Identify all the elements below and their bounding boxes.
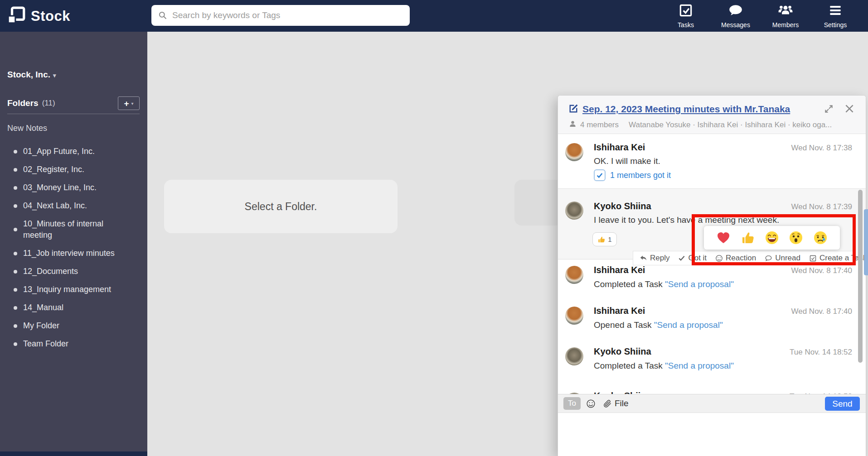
message-text: Completed a Task "Send a proposal" xyxy=(594,361,734,371)
reaction-button[interactable]: Reaction xyxy=(715,254,756,263)
members-row[interactable]: 4 members Watanabe Yosuke · Ishihara Kei… xyxy=(569,120,832,130)
emoji-picker-icon[interactable] xyxy=(586,399,596,410)
folder-item[interactable]: 03_Money Line, Inc. xyxy=(14,182,141,193)
org-selector[interactable]: Stock, Inc.▾ xyxy=(7,70,56,80)
navbar-menu: Tasks Messages Members Settings xyxy=(661,3,860,29)
bullet-icon xyxy=(14,324,17,328)
message-row: Ishihara Kei Wed Nov. 8 17:38 OK. I will… xyxy=(558,134,866,188)
app-logo[interactable]: Stock xyxy=(7,6,70,27)
close-icon[interactable] xyxy=(844,103,855,116)
nav-messages[interactable]: Messages xyxy=(711,3,761,29)
got-it-status[interactable]: 1 members got it xyxy=(594,169,671,181)
messages-icon xyxy=(728,3,743,20)
folder-item[interactable]: 12_Documents xyxy=(14,266,141,277)
message-author: Ishihara Kei xyxy=(594,142,645,153)
thumbs-up-emoji[interactable] xyxy=(741,230,755,245)
got-it-button[interactable]: Got it xyxy=(678,254,707,263)
folder-item[interactable]: 11_Job interview minutes xyxy=(14,248,141,259)
message-time: Wed Nov. 8 17:40 xyxy=(791,307,852,316)
nav-tasks[interactable]: Tasks xyxy=(661,3,711,29)
message-row: Kyoko Shiina Tue Nov. 14 18:52 Completed… xyxy=(558,341,866,382)
to-button[interactable]: To xyxy=(563,397,581,410)
nav-members[interactable]: Members xyxy=(761,3,810,29)
folders-header: Folders (11) + ▾ xyxy=(7,96,140,110)
folder-item[interactable]: 13_Inquiry management xyxy=(14,284,141,295)
chat-header: Sep. 12, 2023 Meeting minutes with Mr.Ta… xyxy=(558,96,866,134)
window-scrollbar-thumb[interactable] xyxy=(864,209,868,275)
thumbs-up-icon xyxy=(597,235,606,244)
task-link[interactable]: "Send a proposal" xyxy=(665,279,734,289)
avatar[interactable] xyxy=(565,347,583,365)
task-link[interactable]: "Send a proposal" xyxy=(654,320,723,330)
message-row: Ishihara Kei Wed Nov. 8 17:40 Completed … xyxy=(558,259,866,300)
bullet-icon xyxy=(14,168,17,172)
search-bar xyxy=(151,5,410,26)
panel-scrollbar-thumb[interactable] xyxy=(858,190,863,363)
chevron-down-icon: ▾ xyxy=(131,101,134,106)
folder-item[interactable]: Team Folder xyxy=(14,338,141,350)
add-folder-button[interactable]: + ▾ xyxy=(118,96,140,110)
sidebar: Stock, Inc.▾ Folders (11) + ▾ New Notes … xyxy=(0,32,147,456)
avatar[interactable] xyxy=(565,202,583,220)
bullet-icon xyxy=(14,342,17,346)
search-input[interactable] xyxy=(151,5,410,26)
bullet-icon xyxy=(14,150,17,154)
message-time: Wed Nov. 8 17:39 xyxy=(791,202,852,211)
sidebar-footer-bar xyxy=(0,451,147,456)
folder-item[interactable]: 10_Minutes of internal meeting xyxy=(14,218,141,241)
note-title-link[interactable]: Sep. 12, 2023 Meeting minutes with Mr.Ta… xyxy=(582,104,790,115)
folders-label: Folders xyxy=(7,98,39,108)
message-author: Kyoko Shiina xyxy=(594,201,651,211)
laughing-emoji[interactable] xyxy=(765,230,779,245)
task-link[interactable]: "Send a proposal" xyxy=(665,361,734,370)
message-hover-toolbar: Reply Got it Reaction Unread Create a Ta… xyxy=(633,251,853,265)
message-text: Completed a Task "Send a proposal" xyxy=(594,279,734,289)
smiley-icon xyxy=(715,254,723,262)
settings-icon xyxy=(828,3,843,20)
top-navbar: Stock Tasks Messages Members Settings xyxy=(0,0,868,32)
message-row: Ishihara Kei Wed Nov. 8 17:40 Opened a T… xyxy=(558,300,866,341)
attach-file-button[interactable]: File xyxy=(603,398,629,408)
composer-area: To File Send xyxy=(558,394,866,456)
reply-icon xyxy=(640,254,647,262)
heart-emoji[interactable] xyxy=(716,230,731,245)
message-time: Tue Nov. 14 18:52 xyxy=(790,348,852,357)
message-author: Ishihara Kei xyxy=(594,306,645,316)
tasks-icon xyxy=(678,3,693,20)
bullet-icon xyxy=(14,270,17,274)
composer-bar: To File Send xyxy=(558,394,866,413)
crying-emoji[interactable] xyxy=(813,230,828,245)
message-time: Wed Nov. 8 17:38 xyxy=(791,144,852,153)
folder-item[interactable]: 01_App Future, Inc. xyxy=(14,146,141,157)
unread-button[interactable]: Unread xyxy=(765,254,800,263)
nav-settings[interactable]: Settings xyxy=(810,3,860,29)
thumbs-up-reaction-chip[interactable]: 1 xyxy=(592,232,617,246)
reaction-palette xyxy=(704,226,840,250)
bullet-icon xyxy=(14,186,17,190)
app-window: Stock Tasks Messages Members Settings xyxy=(0,0,868,456)
send-button[interactable]: Send xyxy=(825,397,860,411)
new-notes-link[interactable]: New Notes xyxy=(7,124,47,133)
empty-state-card: Select a Folder. xyxy=(164,180,398,233)
folder-item[interactable]: 02_Register, Inc. xyxy=(14,164,141,175)
surprised-emoji[interactable] xyxy=(789,230,803,245)
avatar[interactable] xyxy=(565,143,583,161)
folder-item[interactable]: 14_Manual xyxy=(14,302,141,313)
expand-icon[interactable] xyxy=(824,104,834,116)
edit-note-icon[interactable] xyxy=(568,103,579,115)
empty-state-text: Select a Folder. xyxy=(245,201,317,213)
divider xyxy=(7,114,140,114)
chevron-down-icon: ▾ xyxy=(53,72,56,79)
folder-item[interactable]: My Folder xyxy=(14,320,141,331)
folder-item[interactable]: 04_Next Lab, Inc. xyxy=(14,200,141,211)
avatar[interactable] xyxy=(565,266,583,284)
reply-button[interactable]: Reply xyxy=(640,254,669,263)
members-icon xyxy=(778,3,793,20)
checkbox-checked-icon xyxy=(594,169,606,181)
chat-panel: Sep. 12, 2023 Meeting minutes with Mr.Ta… xyxy=(558,95,866,456)
bullet-icon xyxy=(14,306,17,310)
app-logo-text: Stock xyxy=(31,8,70,24)
avatar[interactable] xyxy=(565,307,583,325)
bullet-icon xyxy=(14,252,17,255)
paperclip-icon xyxy=(603,399,612,408)
